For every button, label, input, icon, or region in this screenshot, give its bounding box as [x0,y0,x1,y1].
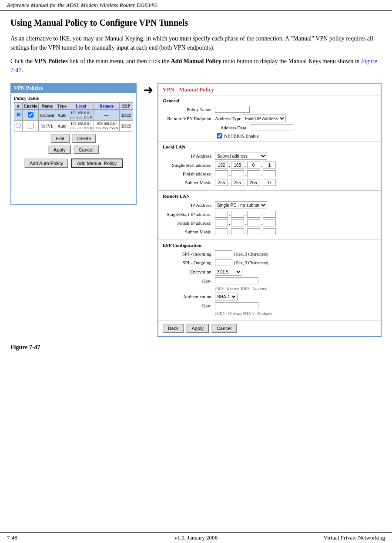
local-ip-type-select[interactable]: Subnet address Single PC - no subnet Ran… [215,152,267,160]
policy-name-label: Policy Name [163,107,215,112]
remote-subnet-ip1[interactable] [215,228,228,235]
local-ip-type-row: IP Address Subnet address Single PC - no… [163,152,376,160]
cell-enable [23,110,39,121]
remote-finish-ip2[interactable] [231,219,244,226]
netbios-label: NETBIOS Enable [224,133,259,138]
cell-enable [23,121,39,132]
remote-ip-type-select[interactable]: Single PC - no subnet Subnet address Ran… [215,201,267,209]
delete-button[interactable]: Delete [72,134,97,143]
col-name: Name [39,103,56,110]
back-button[interactable]: Back [163,324,184,333]
local-finish-ip2[interactable] [231,170,244,177]
remote-subnet-ip3[interactable] [247,228,260,235]
spi-incoming-input[interactable] [215,250,232,257]
local-start-ip3[interactable] [247,162,260,169]
local-finish-ip3[interactable] [247,170,260,177]
address-data-input[interactable] [250,124,293,131]
remote-start-ip4[interactable] [263,211,276,218]
spi-incoming-row: SPI - Incoming (Hex, 3 Characters) [163,250,376,257]
add-manual-policy-button[interactable]: Add Manual Policy [71,159,123,168]
remote-start-label: Single/Start IP address: [163,212,215,217]
local-subnet-row: Subnet Mask: . . . [163,179,376,186]
spi-incoming-label: SPI - Incoming [163,251,215,256]
local-subnet-ip1[interactable] [215,179,228,186]
row1-enable[interactable] [28,112,34,118]
cell-name: toClient [39,110,56,121]
apply-button[interactable]: Apply [48,145,71,154]
netbios-checkbox[interactable] [217,133,222,138]
remote-finish-ip3[interactable] [247,219,260,226]
enc-key-input[interactable] [215,277,258,284]
remote-start-ip3[interactable] [247,211,260,218]
row1-radio[interactable] [16,112,21,117]
policy-name-input[interactable] [215,106,250,113]
local-finish-ip1[interactable] [215,170,228,177]
auth-key-input[interactable] [215,302,258,309]
cancel-button[interactable]: Cancel [74,145,99,154]
edit-button[interactable]: Edit [51,134,70,143]
auth-select[interactable]: SHA-1 MD5 None [215,293,238,300]
manual-apply-button[interactable]: Apply [186,324,209,333]
local-start-ip4[interactable] [263,162,276,169]
local-subnet-ip2[interactable] [231,179,244,186]
esp-section: ESP Configuration SPI - Incoming (Hex, 3… [158,240,381,320]
row2-radio[interactable] [16,123,21,128]
local-lan-title: Local LAN [163,144,376,149]
remote-vpn-label: Remote VPN Endpoint [163,116,215,121]
cell-type: Auto [56,110,68,121]
address-data-row: Address Data [163,124,376,131]
local-start-ip2[interactable] [231,162,244,169]
col-local: Local [68,103,94,110]
add-policy-group: Add Auto Policy Add Manual Policy [14,159,133,168]
remote-finish-ip1[interactable] [215,219,228,226]
apply-cancel-group: Apply Cancel [14,145,133,154]
row2-enable[interactable] [28,123,34,128]
cell-esp: 3DES [119,121,133,132]
auth-key-label: Key: [163,303,215,308]
remote-lan-title: Remote LAN [163,193,376,199]
body-paragraph-1: As an alternative to IKE, you may use Ma… [10,34,382,52]
encryption-select[interactable]: 3DES DES AES-128 AES-192 AES-256 None [215,268,242,276]
spi-outgoing-row: SPI - Outgoing (Hex, 3 Characters) [163,259,376,266]
local-finish-row: Finish address: . . . [163,170,376,177]
encryption-label: Encryption [163,269,215,274]
cell-remote: --- [94,110,119,121]
header-text: Reference Manual for the ADSL Modem Wire… [7,2,157,8]
enc-key-hint-row: (DES - 8 chars; 3DES - 24 chars) [163,286,376,291]
cell-type: Auto [56,121,68,132]
remote-start-ip2[interactable] [231,211,244,218]
address-data-label: Address Data [163,125,250,130]
general-section: General Policy Name Remote VPN Endpoint … [158,95,381,142]
local-subnet-ip4[interactable] [263,179,276,186]
add-auto-policy-button[interactable]: Add Auto Policy [24,159,68,168]
spi-outgoing-input[interactable] [215,259,232,266]
address-type-select[interactable]: Fixed IP Address FQDN Dynamic IP [243,115,286,122]
remote-vpn-row: Remote VPN Endpoint Address Type Fixed I… [163,115,376,122]
vpn-manual-panel: VPN - Manual Policy General Policy Name … [157,83,382,337]
local-start-ip: . . . [215,162,276,169]
remote-start-ip1[interactable] [215,211,228,218]
policy-table-section: Policy Table # Enable Name Type Local Re… [11,93,136,173]
table-row[interactable]: toClient Auto 192.168.0.0 /255.255.255.0… [14,110,133,121]
figure-container: VPN Policies Policy Table # Enable Name … [10,83,382,337]
local-finish-label: Finish address: [163,171,215,176]
remote-subnet-ip2[interactable] [231,228,244,235]
remote-subnet-ip4[interactable] [263,228,276,235]
cell-name: ToFVL [39,121,56,132]
local-finish-ip4[interactable] [263,170,276,177]
footer-left: 7-48 [7,534,17,541]
spi-outgoing-hint: (Hex, 3 Characters) [232,260,268,265]
arrow-icon: ➜ [143,83,153,97]
auth-key-row: Key: [163,302,376,309]
cell-local: 192.168.0.0 /255.255.255.0 [68,121,94,132]
enc-key-hint: (DES - 8 chars; 3DES - 24 chars) [215,287,267,291]
remote-finish-ip4[interactable] [263,219,276,226]
manual-cancel-button[interactable]: Cancel [211,324,237,333]
local-subnet-ip3[interactable] [247,179,260,186]
cell-esp: 3DES [119,110,133,121]
local-start-ip1[interactable] [215,162,228,169]
netbios-row: NETBIOS Enable [163,133,376,138]
col-enable: Enable [23,103,39,110]
page-title: Using Manual Policy to Configure VPN Tun… [10,18,382,28]
table-row[interactable]: ToFVL Auto 192.168.0.0 /255.255.255.0 19… [14,121,133,132]
